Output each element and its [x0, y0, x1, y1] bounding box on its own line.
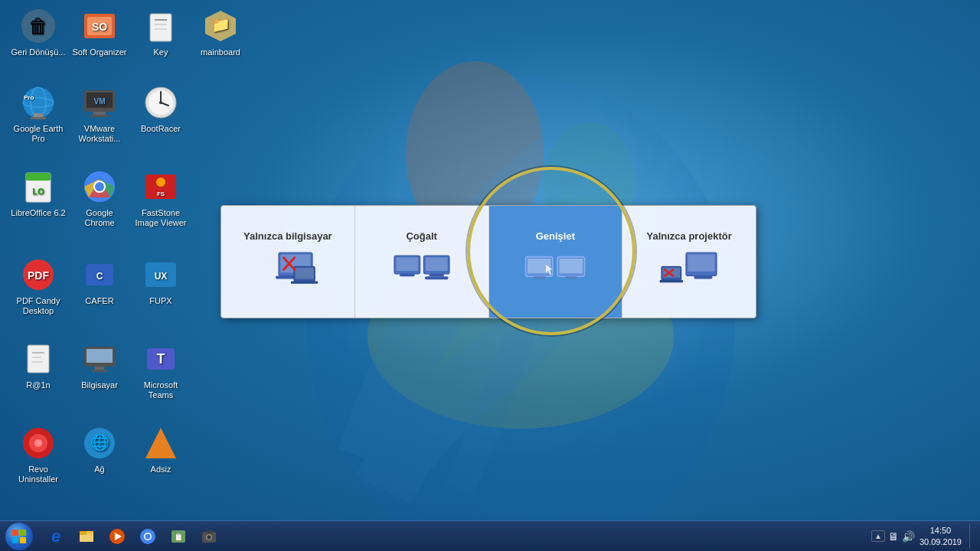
svg-rect-18	[34, 113, 43, 117]
taskbar-btn-chrome[interactable]	[133, 524, 162, 549]
systray-volume[interactable]: 🔊	[902, 530, 915, 543]
svg-rect-72	[396, 257, 418, 271]
svg-text:PDF: PDF	[28, 269, 49, 282]
taskbar: e 📋 ▲ 🖥 🔊 14:50 30.09.2019	[0, 520, 980, 551]
genislet-label: Genişlet	[536, 230, 575, 242]
desktop-icon-faststone[interactable]: FS FastStone Image Viewer	[130, 168, 191, 228]
vmware-icon: VM	[81, 84, 118, 121]
fupx-label: FUPX	[149, 296, 172, 306]
desktop-icon-geri-donusu[interactable]: 🗑 Geri Dönüşü...	[8, 8, 69, 57]
vmware-label: VMware Workstati...	[71, 124, 129, 144]
display-option-cogalt[interactable]: Çoğalt	[355, 206, 489, 318]
libreoffice-icon: LO	[20, 168, 57, 205]
display-option-yalnizca-bilgisayar[interactable]: Yalnızca bilgisayar	[221, 206, 355, 318]
ag-icon: 🌐	[81, 425, 118, 461]
svg-text:T: T	[157, 351, 165, 367]
svg-rect-110	[206, 530, 212, 533]
display-option-yalnizca-projektor[interactable]: Yalnızca projektör	[622, 206, 756, 318]
svg-rect-93	[12, 530, 18, 536]
show-desktop-button[interactable]	[969, 524, 974, 549]
cogalt-label: Çoğalt	[406, 230, 436, 242]
desktop-icon-bilgisayar[interactable]: Bilgisayar	[69, 341, 130, 390]
taskbar-btn-explorer[interactable]	[72, 524, 101, 549]
cafer-icon: C	[81, 256, 118, 293]
svg-rect-73	[400, 274, 414, 276]
taskbar-clock[interactable]: 14:50 30.09.2019	[920, 525, 962, 547]
svg-text:Pro: Pro	[24, 94, 34, 101]
taskbar-btn-camera[interactable]	[194, 524, 224, 549]
svg-rect-82	[560, 259, 583, 273]
mainboard-icon: 📁	[202, 8, 239, 44]
svg-rect-99	[80, 531, 87, 535]
microsoft-teams-icon: T	[142, 341, 179, 377]
pdf-candy-icon: PDF	[20, 256, 57, 293]
display-option-genislet[interactable]: Genişlet	[489, 206, 623, 318]
svg-rect-94	[20, 530, 26, 536]
adsiz-label: Adsiz	[151, 465, 172, 474]
taskbar-btn-mediaplayer[interactable]	[103, 524, 132, 549]
bilgisayar-label: Bilgisayar	[81, 380, 118, 390]
svg-marker-62	[145, 428, 176, 458]
svg-point-59	[34, 439, 42, 447]
svg-text:VM: VM	[94, 97, 106, 106]
svg-rect-76	[429, 274, 443, 276]
desktop-icon-bootracer[interactable]: BootRacer	[130, 84, 191, 134]
taskbar-date: 30.09.2019	[920, 536, 962, 547]
yalnizca-projektor-label: Yalnızca projektör	[646, 230, 731, 242]
soft-organizer-label: Soft Organizer	[73, 47, 127, 57]
desktop-icon-key[interactable]: Key	[130, 8, 191, 57]
start-button[interactable]	[0, 521, 38, 552]
svg-rect-98	[80, 534, 93, 542]
svg-point-30	[159, 101, 162, 104]
yalnizca-projektor-icon	[658, 248, 720, 294]
bootracer-label: BootRacer	[141, 124, 181, 134]
cogalt-icon	[391, 248, 452, 294]
revo-label: Revo Uninstaller	[10, 465, 67, 484]
desktop-icon-google-earth[interactable]: Pro Google Earth Pro	[8, 84, 69, 144]
svg-text:LO: LO	[32, 187, 44, 196]
svg-rect-83	[565, 276, 577, 279]
faststone-label: FastStone Image Viewer	[132, 208, 190, 228]
google-chrome-label: Google Chrome	[71, 208, 129, 228]
taskbar-buttons: e 📋	[38, 524, 865, 549]
svg-rect-19	[31, 117, 46, 119]
bilgisayar-icon	[81, 341, 118, 377]
taskbar-btn-unknown1[interactable]: 📋	[164, 524, 193, 549]
desktop-icon-mainboard[interactable]: 📁 mainboard	[190, 8, 251, 57]
desktop-icon-libreoffice[interactable]: LO LibreOffice 6.2	[8, 168, 69, 218]
svg-rect-86	[688, 254, 715, 271]
svg-text:📁: 📁	[211, 15, 230, 34]
svg-text:UX: UX	[155, 271, 168, 282]
yalnizca-bilgisayar-icon	[257, 248, 318, 294]
svg-rect-87	[694, 276, 713, 279]
desktop-icon-fupx[interactable]: UX FUPX	[130, 256, 191, 306]
svg-rect-68	[291, 281, 318, 283]
svg-rect-24	[90, 115, 109, 117]
desktop-icon-r1n[interactable]: R@1n	[8, 341, 69, 390]
desktop-icon-google-chrome[interactable]: Google Chrome	[69, 168, 130, 228]
desktop-icon-soft-organizer[interactable]: SO Soft Organizer	[69, 8, 130, 57]
soft-organizer-icon: SO	[81, 8, 118, 44]
desktop-icon-vmware[interactable]: VM VMware Workstati...	[69, 84, 130, 144]
desktop-icon-revo[interactable]: Revo Uninstaller	[8, 425, 69, 484]
systray-arrow[interactable]: ▲	[871, 530, 885, 542]
svg-rect-9	[150, 14, 172, 41]
taskbar-time: 14:50	[920, 525, 962, 536]
desktop-icon-cafer[interactable]: C CAFER	[69, 256, 130, 306]
desktop-icon-pdf-candy[interactable]: PDF PDF Candy Desktop	[8, 256, 69, 316]
desktop-icon-microsoft-teams[interactable]: T Microsoft Teams	[130, 341, 191, 400]
revo-icon	[20, 425, 57, 461]
svg-rect-32	[26, 173, 51, 181]
desktop-icon-adsiz[interactable]: Adsiz	[130, 425, 191, 474]
taskbar-systray: ▲ 🖥 🔊 14:50 30.09.2019	[865, 524, 980, 549]
svg-text:🌐: 🌐	[90, 433, 109, 452]
svg-text:FS: FS	[157, 191, 165, 197]
geri-donusu-label: Geri Dönüşü...	[11, 47, 66, 57]
svg-point-109	[207, 535, 211, 539]
svg-point-37	[95, 182, 104, 191]
desktop-icon-ag[interactable]: 🌐 Ağ	[69, 425, 130, 474]
fupx-icon: UX	[142, 256, 179, 293]
taskbar-btn-ie[interactable]: e	[41, 524, 70, 549]
yalnizca-bilgisayar-label: Yalnızca bilgisayar	[243, 230, 332, 242]
key-icon	[142, 8, 179, 44]
